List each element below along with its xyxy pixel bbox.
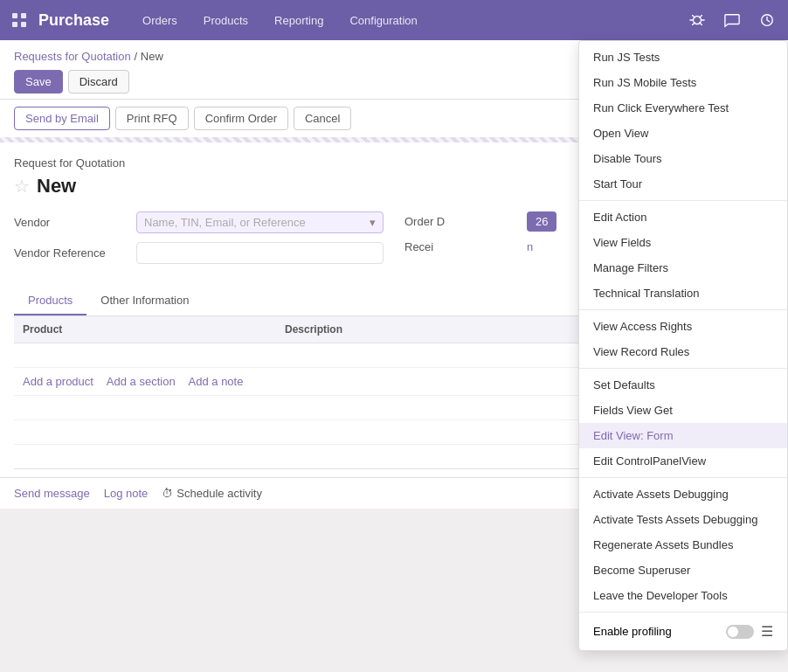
dropdown-item-leave-developer-tools[interactable]: Leave the Developer Tools <box>579 583 787 608</box>
dropdown-divider-6 <box>579 200 787 201</box>
order-deadline-label: Order D <box>404 215 527 228</box>
vendor-row: Vendor Name, TIN, Email, or Reference ▾ <box>14 211 384 233</box>
tab-products[interactable]: Products <box>14 287 86 315</box>
bug-icon[interactable] <box>683 6 711 34</box>
dropdown-item-technical-translation[interactable]: Technical Translation <box>579 281 787 306</box>
breadcrumb-separator: / <box>135 50 141 63</box>
dropdown-item-fields-view-get[interactable]: Fields View Get <box>579 398 787 423</box>
grid-icon[interactable] <box>7 8 31 32</box>
nav-orders[interactable]: Orders <box>130 9 190 32</box>
order-deadline-value[interactable]: 26 <box>527 211 556 232</box>
topnav-icons <box>683 6 781 34</box>
top-navigation: Purchase Orders Products Reporting Confi… <box>0 0 788 40</box>
app-title: Purchase <box>38 11 109 30</box>
dropdown-item-edit-view-form[interactable]: Edit View: Form <box>579 423 787 448</box>
add-section-link[interactable]: Add a section <box>107 375 176 388</box>
enable-profiling-label: Enable profiling <box>593 625 672 638</box>
dropdown-item-set-defaults[interactable]: Set Defaults <box>579 372 787 398</box>
dropdown-item-view-fields[interactable]: View Fields <box>579 230 787 255</box>
vendor-dropdown-arrow: ▾ <box>370 216 376 229</box>
svg-rect-1 <box>21 13 26 18</box>
favorite-star-icon[interactable]: ☆ <box>14 176 30 197</box>
print-rfq-button[interactable]: Print RFQ <box>115 107 189 130</box>
schedule-activity-link[interactable]: ⏱ Schedule activity <box>162 487 262 500</box>
dropdown-item-activate-assets-debugging[interactable]: Activate Assets Debugging <box>579 481 787 507</box>
dropdown-item-run-click-everywhere[interactable]: Run Click Everywhere Test <box>579 95 787 121</box>
dropdown-item-run-js-mobile-tests[interactable]: Run JS Mobile Tests <box>579 70 787 95</box>
vendor-reference-input[interactable] <box>136 242 384 264</box>
svg-rect-0 <box>12 13 17 18</box>
add-note-link[interactable]: Add a note <box>189 375 244 388</box>
schedule-activity-icon: ⏱ <box>162 487 173 500</box>
record-name: New <box>37 175 76 197</box>
dropdown-item-view-access-rights[interactable]: View Access Rights <box>579 314 787 339</box>
enable-profiling-toggle[interactable] <box>726 625 754 639</box>
receipt-label: Recei <box>404 240 527 253</box>
dropdown-item-activate-tests-assets-debugging[interactable]: Activate Tests Assets Debugging <box>579 507 787 532</box>
vendor-placeholder: Name, TIN, Email, or Reference <box>144 216 306 229</box>
confirm-order-button[interactable]: Confirm Order <box>194 107 288 130</box>
dropdown-item-regenerate-assets[interactable]: Regenerate Assets Bundles <box>579 532 787 558</box>
send-message-link[interactable]: Send message <box>14 487 90 500</box>
svg-rect-2 <box>12 22 17 27</box>
send-email-button[interactable]: Send by Email <box>14 107 110 130</box>
breadcrumb-current: New <box>141 50 163 63</box>
dropdown-divider-14 <box>579 368 787 369</box>
dropdown-footer: Enable profiling☰ <box>579 616 787 647</box>
col-product: Product <box>14 316 276 343</box>
developer-dropdown: Run JS TestsRun JS Mobile TestsRun Click… <box>578 40 788 651</box>
breadcrumb-parent[interactable]: Requests for Quotation <box>14 50 131 63</box>
schedule-activity-label: Schedule activity <box>176 487 262 500</box>
receipt-value: n <box>527 240 533 253</box>
profiling-list-icon[interactable]: ☰ <box>761 623 773 640</box>
dropdown-item-become-superuser[interactable]: Become Superuser <box>579 558 787 583</box>
dropdown-item-edit-control-panel-view[interactable]: Edit ControlPanelView <box>579 448 787 474</box>
cancel-button[interactable]: Cancel <box>294 107 351 130</box>
svg-rect-3 <box>21 22 26 27</box>
log-note-link[interactable]: Log note <box>104 487 149 500</box>
vendor-reference-label: Vendor Reference <box>14 246 136 260</box>
discard-button[interactable]: Discard <box>68 70 129 94</box>
dropdown-item-open-view[interactable]: Open View <box>579 121 787 146</box>
vendor-input[interactable]: Name, TIN, Email, or Reference ▾ <box>136 211 384 233</box>
dropdown-divider-11 <box>579 309 787 310</box>
form-left-col: Vendor Name, TIN, Email, or Reference ▾ … <box>14 211 384 273</box>
dropdown-item-manage-filters[interactable]: Manage Filters <box>579 255 787 281</box>
nav-menu: Orders Products Reporting Configuration <box>130 9 683 32</box>
dropdown-item-disable-tours[interactable]: Disable Tours <box>579 146 787 171</box>
vendor-reference-row: Vendor Reference <box>14 242 384 264</box>
dropdown-divider-25 <box>579 612 787 613</box>
save-button[interactable]: Save <box>14 70 63 94</box>
clock-icon[interactable] <box>753 6 781 34</box>
dropdown-divider-19 <box>579 477 787 478</box>
nav-reporting[interactable]: Reporting <box>262 9 335 32</box>
add-product-link[interactable]: Add a product <box>23 375 93 388</box>
nav-products[interactable]: Products <box>191 9 260 32</box>
chat-icon[interactable] <box>718 6 746 34</box>
dropdown-item-run-js-tests[interactable]: Run JS Tests <box>579 45 787 70</box>
tab-other-information[interactable]: Other Information <box>86 287 203 315</box>
vendor-label: Vendor <box>14 216 136 229</box>
dropdown-item-edit-action[interactable]: Edit Action <box>579 204 787 230</box>
dropdown-item-start-tour[interactable]: Start Tour <box>579 171 787 197</box>
nav-configuration[interactable]: Configuration <box>337 9 429 32</box>
dropdown-item-view-record-rules[interactable]: View Record Rules <box>579 339 787 364</box>
